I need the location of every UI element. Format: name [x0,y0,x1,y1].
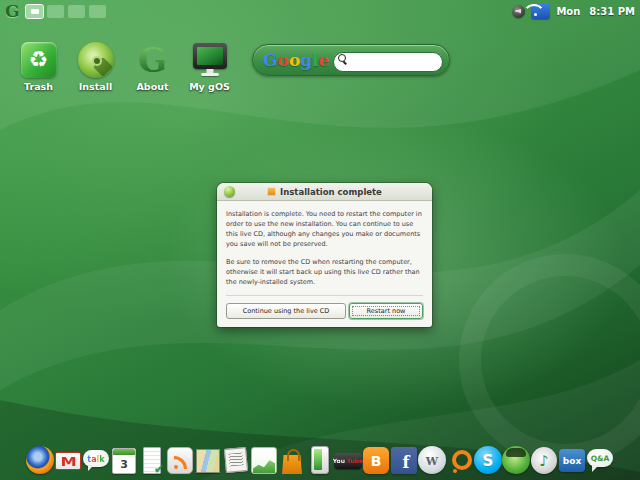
dock-faqly-icon[interactable]: Q&A [586,445,614,477]
dock-icon-glyph: Q&A [591,455,610,463]
dock-youtube-icon[interactable]: You Tube [334,445,362,477]
dock-icon-glyph: W [426,456,438,467]
restart-now-button[interactable]: Restart now [349,303,423,319]
workspace-4[interactable] [89,5,106,18]
dock-google-reader-icon[interactable] [166,445,194,477]
system-tray: Mon 8:31 PM [512,3,635,19]
desktop-icons: ♻ Trash Install G About My gOS [10,42,238,92]
dock-wikipedia-icon[interactable]: W [418,445,446,477]
dialog-titlebar[interactable]: Installation complete [217,183,432,201]
dock-icon-glyph: B [371,454,382,468]
dock-icon-glyph [174,465,178,469]
monitor-base [201,73,219,76]
google-search-widget: Google [252,44,450,76]
dialog-paragraph: Installation is complete. You need to re… [226,209,423,249]
dialog-separator [226,295,423,296]
dock-icon-glyph: box [563,457,581,466]
clock: Mon 8:31 PM [556,6,635,17]
dock-gmail-icon[interactable]: M [54,445,82,477]
dock-icon-glyph: ✔ [154,463,164,475]
dock-google-talk-icon[interactable]: talk [82,445,110,477]
dock-facebook-icon[interactable]: f [390,445,418,477]
trash-icon: ♻ [21,42,57,78]
gos-menu-logo[interactable]: G [5,1,20,21]
google-search-input[interactable] [333,52,443,72]
workspace-3[interactable] [68,5,85,18]
top-panel: G Mon 8:31 PM [0,0,640,24]
desktop-icon-my-gos[interactable]: My gOS [181,42,238,92]
dock-google-shopping-icon[interactable] [278,445,306,477]
google-logo: Google [263,50,329,70]
install-cd-icon [78,42,114,78]
dock-icon-glyph: 3 [120,459,128,470]
clock-time: 8:31 PM [589,6,635,17]
workspace-switcher [26,5,106,18]
desktop-icon-label: My gOS [189,81,230,92]
dock-meebo-icon[interactable] [446,445,474,477]
desktop-icon-install[interactable]: Install [67,42,124,92]
dialog-body: Installation is complete. You need to re… [217,201,432,327]
dock-icon-glyph: You Tube [333,458,363,464]
continue-live-cd-button[interactable]: Continue using the live CD [226,303,346,319]
dock-google-maps-icon[interactable] [194,445,222,477]
dock-icon-glyph: S [483,454,494,469]
dock-box-icon[interactable]: box [558,445,586,477]
dock: Mtalk3✔You TubeBfWS♪boxQ&A [26,445,614,477]
g-glyph: G [138,43,167,77]
dock-icon-glyph: f [403,455,410,471]
dialog-button-row: Continue using the live CD Restart now [226,303,423,319]
dock-vending-icon[interactable] [306,445,334,477]
search-field-wrap [333,50,443,70]
dock-google-news-icon[interactable] [222,445,250,477]
recycle-glyph: ♻ [29,49,49,71]
network-icon[interactable] [531,3,550,19]
desktop-icon-about[interactable]: G About [124,42,181,92]
workspace-1[interactable] [26,5,43,18]
computer-monitor-icon [192,42,228,78]
dialog-title: Installation complete [280,187,382,197]
desktop-icon-trash[interactable]: ♻ Trash [10,42,67,92]
dock-firefox-icon[interactable] [26,445,54,477]
dock-google-docs-icon[interactable]: ✔ [138,445,166,477]
dock-icon-glyph: talk [87,455,104,464]
dock-icon-glyph: M [60,455,76,468]
dock-google-calendar-icon[interactable]: 3 [110,445,138,477]
dialog-paragraph: Be sure to remove the CD when restarting… [226,257,423,287]
desktop-icon-label: Trash [24,81,53,92]
installer-icon [267,187,276,196]
clock-day: Mon [556,6,580,17]
workspace-2[interactable] [47,5,64,18]
close-button[interactable] [224,186,235,197]
dock-google-finance-icon[interactable] [250,445,278,477]
desktop-icon-label: About [137,81,169,92]
desktop-icon-label: Install [79,81,112,92]
dock-rhythmbox-icon[interactable]: ♪ [530,445,558,477]
dock-xine-icon[interactable] [502,445,530,477]
installation-complete-dialog: Installation complete Installation is co… [217,183,432,327]
volume-icon[interactable] [512,5,525,18]
dock-blogger-icon[interactable]: B [362,445,390,477]
about-g-icon: G [135,42,171,78]
dock-skype-icon[interactable]: S [474,445,502,477]
dock-icon-glyph: ♪ [539,454,549,469]
